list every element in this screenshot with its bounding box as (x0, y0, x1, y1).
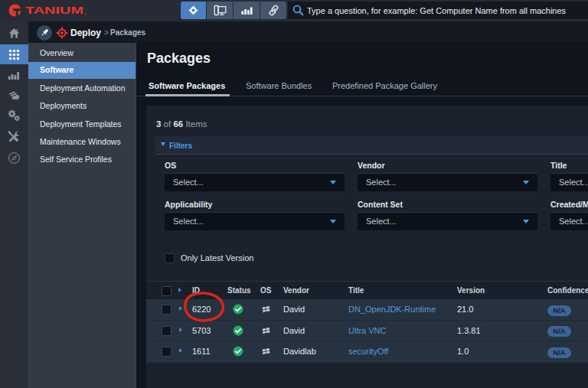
svg-text:TANIUM: TANIUM (25, 5, 83, 16)
